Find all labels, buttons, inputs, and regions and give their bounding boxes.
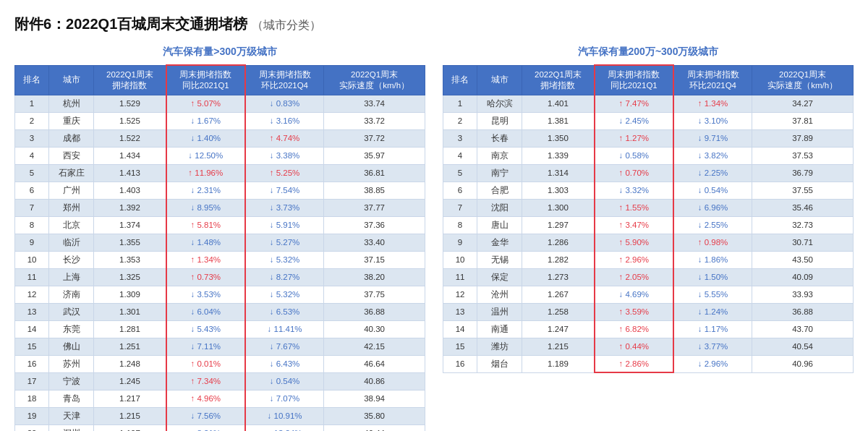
table-cell: ↓ 6.04% [166, 303, 245, 320]
table-cell: 37.53 [752, 147, 854, 164]
table-cell: 哈尔滨 [477, 95, 522, 112]
table-cell: 合肥 [477, 182, 522, 199]
table-row: 17宁波1.245↑ 7.34%↓ 0.54%40.86 [15, 372, 425, 390]
table-row: 8唐山1.297↑ 3.47%↓ 2.55%32.73 [443, 216, 854, 234]
table-cell: ↑ 0.98% [673, 234, 752, 251]
table1-col-index: 2022Q1周末拥堵指数 [94, 65, 166, 95]
table-row: 6合肥1.303↓ 3.32%↓ 0.54%37.55 [443, 182, 854, 199]
table-cell: 1.374 [94, 216, 166, 234]
table-row: 14南通1.247↑ 6.82%↓ 1.17%43.70 [443, 320, 854, 338]
table-cell: ↓ 6.96% [673, 199, 752, 216]
table-row: 7郑州1.392↓ 8.95%↓ 3.73%37.77 [15, 199, 425, 216]
table-cell: ↑ 0.70% [595, 164, 673, 182]
table-cell: 10 [443, 251, 477, 268]
table-cell: ↓ 7.56% [166, 407, 245, 424]
table-cell: ↓ 0.83% [245, 95, 324, 112]
table-cell: 1.403 [94, 182, 166, 199]
table-cell: 青岛 [49, 390, 94, 407]
table-cell: 36.79 [752, 164, 854, 182]
table2-section: 汽车保有量200万~300万级城市 排名 城市 2022Q1周末拥堵指数 周末拥… [443, 46, 854, 373]
table-cell: 7 [15, 199, 49, 216]
table-cell: ↓ 5.32% [245, 286, 324, 303]
table-cell: 宁波 [49, 372, 94, 390]
table-cell: 7 [443, 199, 477, 216]
table-cell: 40.09 [752, 268, 854, 286]
table-cell: 1.247 [522, 320, 595, 338]
table-cell: 1.325 [94, 268, 166, 286]
table-cell: 1.309 [94, 286, 166, 303]
table-row: 16烟台1.189↑ 2.86%↓ 2.96%40.96 [443, 355, 854, 372]
table-row: 6广州1.403↓ 2.31%↓ 7.54%38.85 [15, 182, 425, 199]
table-cell: ↑ 5.07% [166, 95, 245, 112]
table-cell: 33.93 [752, 286, 854, 303]
table-row: 11保定1.273↑ 2.05%↓ 1.50%40.09 [443, 268, 854, 286]
table-cell: 40.30 [324, 320, 425, 338]
table-cell: ↑ 6.82% [595, 320, 673, 338]
table-cell: 保定 [477, 268, 522, 286]
table-cell: 35.46 [752, 199, 854, 216]
table-cell: 37.15 [324, 251, 425, 268]
table-cell: 4 [443, 147, 477, 164]
table-cell: 14 [15, 320, 49, 338]
table-row: 3成都1.522↓ 1.40%↑ 4.74%37.72 [15, 129, 425, 147]
table-cell: 10 [15, 251, 49, 268]
table-cell: 13 [15, 303, 49, 320]
table-cell: ↓ 3.82% [673, 147, 752, 164]
table-cell: ↓ 0.54% [245, 372, 324, 390]
table-cell: 1.350 [522, 129, 595, 147]
table-cell: 5 [443, 164, 477, 182]
table2-col-rank: 排名 [443, 65, 477, 95]
table-cell: 11 [15, 268, 49, 286]
table-row: 13武汉1.301↓ 6.04%↓ 6.53%36.88 [15, 303, 425, 320]
table-cell: 13 [443, 303, 477, 320]
table-cell: ↑ 3.47% [595, 216, 673, 234]
table-cell: 38.85 [324, 182, 425, 199]
table-cell: ↓ 8.21% [166, 424, 245, 431]
table-cell: 16 [443, 355, 477, 372]
table-cell: ↓ 2.55% [673, 216, 752, 234]
table-cell: 12 [15, 286, 49, 303]
table-cell: 11 [443, 268, 477, 286]
table-cell: 1.286 [522, 234, 595, 251]
table-cell: 1.339 [522, 147, 595, 164]
table-row: 14东莞1.281↓ 5.43%↓ 11.41%40.30 [15, 320, 425, 338]
table-cell: ↓ 7.11% [166, 338, 245, 355]
table-cell: ↓ 2.31% [166, 182, 245, 199]
table-row: 1杭州1.529↑ 5.07%↓ 0.83%33.74 [15, 95, 425, 112]
table-cell: 1.355 [94, 234, 166, 251]
table-cell: ↓ 2.96% [673, 355, 752, 372]
table-cell: 1 [15, 95, 49, 112]
table-cell: ↓ 1.50% [673, 268, 752, 286]
table-cell: 广州 [49, 182, 94, 199]
table-cell: ↓ 3.32% [595, 182, 673, 199]
table1-col-city: 城市 [49, 65, 94, 95]
table-cell: 1.434 [94, 147, 166, 164]
table-row: 10长沙1.353↑ 1.34%↓ 5.32%37.15 [15, 251, 425, 268]
table-cell: 6 [443, 182, 477, 199]
table-row: 4南京1.339↓ 0.58%↓ 3.82%37.53 [443, 147, 854, 164]
table2-col-qoq: 周末拥堵指数环比2021Q4 [673, 65, 752, 95]
table-cell: 38.20 [324, 268, 425, 286]
table-cell: 6 [15, 182, 49, 199]
table-row: 2重庆1.525↓ 1.67%↓ 3.16%33.72 [15, 112, 425, 129]
table-cell: ↑ 1.27% [595, 129, 673, 147]
table-cell: 32.73 [752, 216, 854, 234]
table-cell: 金华 [477, 234, 522, 251]
table-cell: 8 [443, 216, 477, 234]
table-cell: ↓ 7.07% [245, 390, 324, 407]
table-cell: ↓ 6.43% [245, 355, 324, 372]
table-cell: 苏州 [49, 355, 94, 372]
table-cell: 沈阳 [477, 199, 522, 216]
table-cell: ↑ 1.34% [673, 95, 752, 112]
table-cell: 16 [15, 355, 49, 372]
table-cell: ↑ 5.81% [166, 216, 245, 234]
table-row: 18青岛1.217↑ 4.96%↓ 7.07%38.94 [15, 390, 425, 407]
table1-col-yoy: 周末拥堵指数同比2021Q1 [166, 65, 245, 95]
table-cell: ↓ 1.24% [673, 303, 752, 320]
table-cell: 1.189 [522, 355, 595, 372]
table-row: 1哈尔滨1.401↑ 7.47%↑ 1.34%34.27 [443, 95, 854, 112]
table1-col-qoq: 周末拥堵指数环比2021Q4 [245, 65, 324, 95]
table-row: 16苏州1.248↑ 0.01%↓ 6.43%46.64 [15, 355, 425, 372]
table-row: 12济南1.309↓ 3.53%↓ 5.32%37.75 [15, 286, 425, 303]
table-cell: 长沙 [49, 251, 94, 268]
